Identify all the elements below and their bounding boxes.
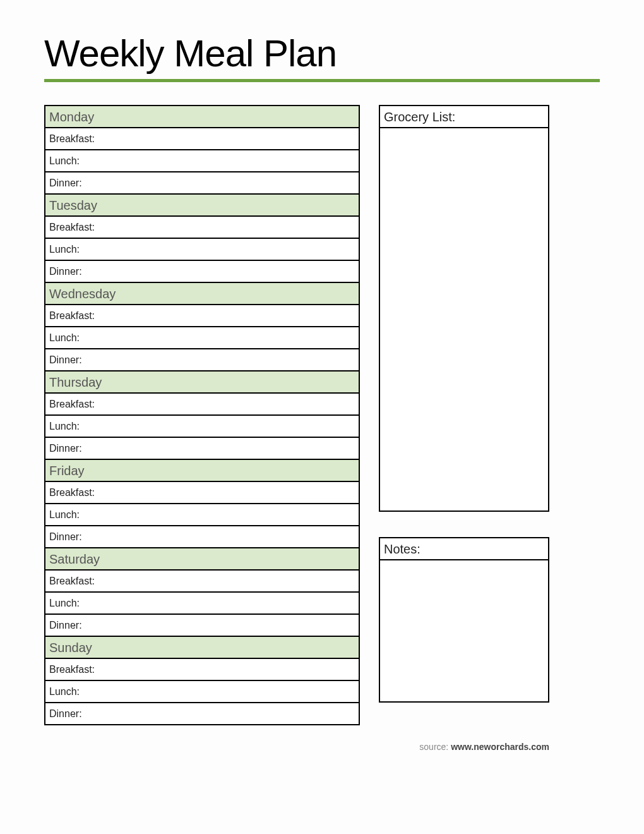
- meal-row[interactable]: Breakfast:: [45, 394, 359, 416]
- meal-plan-table: Monday Breakfast: Lunch: Dinner: Tuesday…: [44, 105, 360, 725]
- meal-row[interactable]: Dinner:: [45, 349, 359, 372]
- meal-row[interactable]: Lunch:: [45, 681, 359, 703]
- meal-row[interactable]: Breakfast:: [45, 659, 359, 681]
- meal-row[interactable]: Breakfast:: [45, 305, 359, 327]
- meal-row[interactable]: Lunch:: [45, 593, 359, 615]
- source-url: www.neworchards.com: [451, 742, 549, 752]
- day-header-wednesday: Wednesday: [45, 283, 359, 305]
- meal-row[interactable]: Dinner:: [45, 261, 359, 283]
- day-header-monday: Monday: [45, 106, 359, 128]
- meal-row[interactable]: Breakfast:: [45, 482, 359, 504]
- grocery-list-body[interactable]: [380, 128, 548, 511]
- day-header-tuesday: Tuesday: [45, 195, 359, 217]
- meal-row[interactable]: Dinner:: [45, 526, 359, 548]
- grocery-list-box: Grocery List:: [379, 105, 549, 512]
- meal-row[interactable]: Dinner:: [45, 615, 359, 637]
- notes-box: Notes:: [379, 537, 549, 703]
- day-header-thursday: Thursday: [45, 372, 359, 394]
- page-title: Weekly Meal Plan: [44, 32, 600, 75]
- source-attribution: source: www.neworchards.com: [379, 742, 549, 752]
- meal-row[interactable]: Breakfast:: [45, 571, 359, 593]
- meal-row[interactable]: Dinner:: [45, 438, 359, 460]
- meal-row[interactable]: Lunch:: [45, 327, 359, 349]
- day-header-saturday: Saturday: [45, 548, 359, 571]
- meal-row[interactable]: Lunch:: [45, 150, 359, 172]
- grocery-list-header: Grocery List:: [380, 106, 548, 128]
- notes-header: Notes:: [380, 538, 548, 560]
- day-header-friday: Friday: [45, 460, 359, 482]
- source-prefix: source:: [419, 742, 451, 752]
- meal-row[interactable]: Lunch:: [45, 416, 359, 438]
- meal-row[interactable]: Lunch:: [45, 504, 359, 526]
- meal-row[interactable]: Breakfast:: [45, 217, 359, 239]
- meal-row[interactable]: Lunch:: [45, 239, 359, 261]
- meal-row[interactable]: Breakfast:: [45, 128, 359, 150]
- title-underline: [44, 79, 600, 82]
- day-header-sunday: Sunday: [45, 637, 359, 659]
- notes-body[interactable]: [380, 560, 548, 701]
- meal-row[interactable]: Dinner:: [45, 703, 359, 725]
- meal-row[interactable]: Dinner:: [45, 172, 359, 195]
